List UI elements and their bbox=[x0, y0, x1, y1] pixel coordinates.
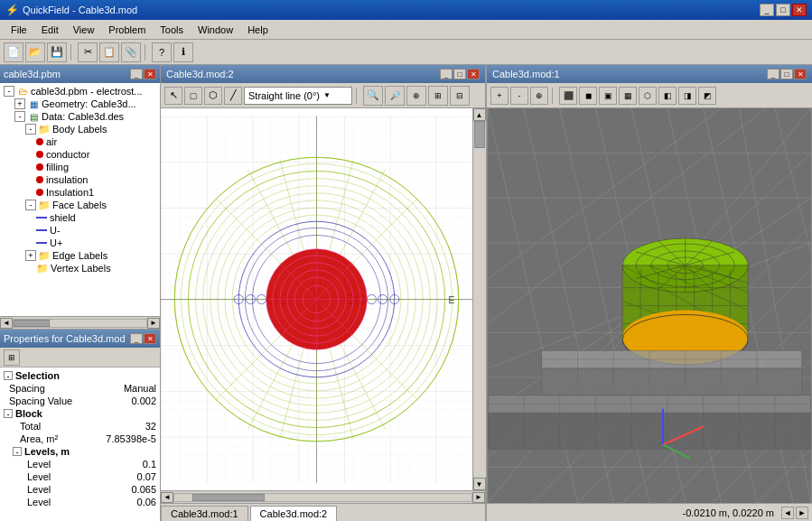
mesh-hscroll-track[interactable] bbox=[173, 493, 472, 502]
menu-problem[interactable]: Problem bbox=[101, 23, 153, 37]
tab-mod2[interactable]: Cable3d.mod:2 bbox=[250, 506, 338, 521]
save-button[interactable]: 💾 bbox=[47, 42, 67, 62]
mesh-zoom-in[interactable]: 🔍 bbox=[363, 86, 383, 106]
tree-item-filling[interactable]: filling bbox=[2, 161, 158, 173]
3d-cube1[interactable]: ⬛ bbox=[559, 87, 577, 105]
tree-scroll-left[interactable]: ◄ bbox=[0, 318, 13, 329]
3d-maximize-button[interactable]: □ bbox=[780, 69, 793, 79]
tree-face-labels-label: Face Labels bbox=[52, 200, 107, 210]
spacing-value-label: Spacing Value bbox=[9, 395, 131, 406]
tree-toggle-body[interactable]: - bbox=[25, 124, 36, 135]
mesh-tb-line[interactable]: ╱ bbox=[224, 87, 242, 105]
close-button[interactable]: ✕ bbox=[792, 4, 807, 16]
nav-right-button[interactable]: ► bbox=[796, 507, 808, 519]
minimize-button[interactable]: _ bbox=[760, 4, 774, 16]
nav-left-button[interactable]: ◄ bbox=[781, 507, 794, 519]
3d-canvas[interactable] bbox=[487, 108, 812, 503]
spacing-value: Manual bbox=[124, 383, 156, 394]
tree-vertex-labels[interactable]: 📁 Vertex Labels bbox=[2, 262, 158, 274]
maximize-button[interactable]: □ bbox=[776, 4, 790, 16]
3d-zoom-in[interactable]: + bbox=[490, 87, 509, 105]
mesh-maximize-button[interactable]: □ bbox=[453, 69, 466, 79]
area-label: Area, m² bbox=[20, 433, 106, 444]
tree-toggle-face[interactable]: - bbox=[25, 200, 36, 210]
tree-close-button[interactable]: ✕ bbox=[144, 69, 156, 79]
tree-item-u-plus[interactable]: U+ bbox=[2, 237, 158, 249]
menu-file[interactable]: File bbox=[4, 23, 34, 37]
3d-cube4[interactable]: ▦ bbox=[619, 87, 637, 105]
center-panel: Cable3d.mod:2 _ □ ✕ ↖ □ ⬡ ╱ Straight lin… bbox=[161, 65, 487, 521]
3d-cube6[interactable]: ◧ bbox=[658, 87, 677, 105]
3d-cube2[interactable]: ◼ bbox=[579, 87, 597, 105]
props-minimize-button[interactable]: _ bbox=[130, 333, 143, 344]
open-button[interactable]: 📂 bbox=[25, 42, 45, 62]
mesh-hscrollbar[interactable]: ◄ ► bbox=[161, 490, 485, 503]
mesh-close-button[interactable]: ✕ bbox=[467, 69, 480, 79]
3d-cube3[interactable]: ▣ bbox=[599, 87, 617, 105]
props-tb-btn1[interactable]: ⊞ bbox=[4, 349, 20, 366]
mesh-fit[interactable]: ⊕ bbox=[406, 86, 426, 106]
tree-item-u-minus[interactable]: U- bbox=[2, 224, 158, 237]
question-button[interactable]: ? bbox=[152, 42, 172, 62]
menu-view[interactable]: View bbox=[66, 23, 102, 37]
mesh-grid[interactable]: ⊞ bbox=[428, 86, 448, 106]
tree-minimize-button[interactable]: _ bbox=[130, 69, 143, 79]
tree-toggle-root[interactable]: - bbox=[4, 86, 14, 97]
mesh-zoom-out[interactable]: 🔎 bbox=[385, 86, 405, 106]
tree-geometry[interactable]: + ▦ Geometry: Cable3d... bbox=[2, 98, 158, 110]
mesh-tb-select[interactable]: ↖ bbox=[164, 87, 182, 105]
mesh-scroll-up[interactable]: ▲ bbox=[473, 108, 486, 121]
3d-cube5[interactable]: ⬡ bbox=[639, 87, 657, 105]
info-button[interactable]: ℹ bbox=[173, 42, 193, 62]
tree-item-conductor[interactable]: conductor bbox=[2, 148, 158, 161]
menu-window[interactable]: Window bbox=[191, 23, 240, 37]
tree-scroll-track[interactable] bbox=[13, 319, 147, 328]
selection-expand-button[interactable]: - bbox=[4, 371, 13, 380]
tree-air-label: air bbox=[46, 136, 57, 147]
levels-expand-button[interactable]: - bbox=[13, 447, 22, 456]
mesh-scroll-down[interactable]: ▼ bbox=[473, 478, 486, 490]
props-close-button[interactable]: ✕ bbox=[144, 333, 156, 344]
tree-body-labels[interactable]: - 📁 Body Labels bbox=[2, 123, 158, 135]
3d-cube7[interactable]: ◨ bbox=[678, 87, 696, 105]
tree-edge-labels[interactable]: + 📁 Edge Labels bbox=[2, 249, 158, 262]
level2-value: 0.07 bbox=[137, 471, 156, 482]
tree-item-insulation1[interactable]: Insulation1 bbox=[2, 186, 158, 199]
copy-button[interactable]: 📋 bbox=[99, 42, 119, 62]
mesh-tb-vertex[interactable]: ⬡ bbox=[204, 87, 222, 105]
bottom-tabs: Cable3d.mod:1 Cable3d.mod:2 bbox=[161, 503, 485, 521]
3d-zoom-out[interactable]: - bbox=[510, 87, 528, 105]
menu-help[interactable]: Help bbox=[240, 23, 275, 37]
mesh-minimize-button[interactable]: _ bbox=[440, 69, 453, 79]
tree-hscrollbar[interactable]: ◄ ► bbox=[0, 316, 160, 329]
tree-toggle-geometry[interactable]: + bbox=[14, 98, 25, 109]
tab-mod1[interactable]: Cable3d.mod:1 bbox=[161, 506, 248, 521]
block-expand-button[interactable]: - bbox=[4, 409, 13, 418]
3d-close-button[interactable]: ✕ bbox=[794, 69, 807, 79]
tree-item-insulation[interactable]: insulation bbox=[2, 173, 158, 186]
mesh-toolbar-dropdown[interactable]: Straight line (0°) ▼ bbox=[244, 87, 352, 105]
tree-data[interactable]: - ▤ Data: Cable3d.des bbox=[2, 110, 158, 123]
tree-item-shield[interactable]: shield bbox=[2, 211, 158, 224]
mesh-canvas[interactable]: E bbox=[161, 108, 472, 490]
3d-cube8[interactable]: ◩ bbox=[698, 87, 716, 105]
mesh-tb-draw[interactable]: □ bbox=[184, 87, 202, 105]
3d-fit[interactable]: ⊕ bbox=[530, 87, 548, 105]
mesh-hscroll-right[interactable]: ► bbox=[472, 492, 485, 503]
new-button[interactable]: 📄 bbox=[4, 42, 23, 62]
3d-minimize-button[interactable]: _ bbox=[767, 69, 779, 79]
tree-toggle-edge[interactable]: + bbox=[25, 250, 36, 261]
mesh-scroll-track[interactable] bbox=[473, 121, 486, 478]
menu-edit[interactable]: Edit bbox=[34, 23, 66, 37]
mesh-hscroll-left[interactable]: ◄ bbox=[161, 492, 173, 503]
tree-toggle-data[interactable]: - bbox=[14, 111, 25, 122]
cut-button[interactable]: ✂ bbox=[78, 42, 98, 62]
menu-tools[interactable]: Tools bbox=[153, 23, 191, 37]
tree-scroll-right[interactable]: ► bbox=[147, 318, 160, 329]
paste-button[interactable]: 📎 bbox=[121, 42, 141, 62]
mesh-vscrollbar[interactable]: ▲ ▼ bbox=[472, 108, 485, 490]
mesh-snap[interactable]: ⊟ bbox=[450, 86, 470, 106]
tree-root[interactable]: - 🗁 cable3d.pbm - electrost... bbox=[2, 85, 158, 98]
tree-item-air[interactable]: air bbox=[2, 135, 158, 148]
tree-face-labels[interactable]: - 📁 Face Labels bbox=[2, 199, 158, 211]
